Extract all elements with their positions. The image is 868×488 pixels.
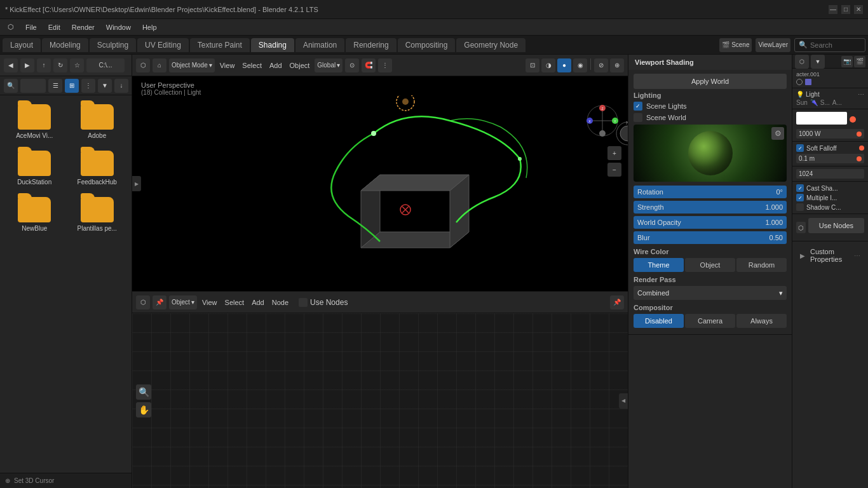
multiple-i-checkbox[interactable]: ✓ [796,194,804,201]
node-add-menu[interactable]: Add [249,299,267,306]
custom-properties-row[interactable]: ▶ Custom Properties ⋯ [796,244,864,267]
world-opacity-value-bar[interactable]: World Opacity 1.000 [634,216,787,229]
filter-icon-button[interactable]: ▼ [98,79,112,93]
object-mode-dropdown[interactable]: Object Mode▾ [169,58,215,72]
tab-animation[interactable]: Animation [295,38,344,52]
proportional-btn[interactable]: ⊙ [345,58,359,72]
shadow-c-checkbox[interactable] [796,203,804,211]
view-grid-button[interactable]: ⊞ [65,79,79,93]
gizmo-btn[interactable]: ⊕ [610,58,624,72]
viewport-object[interactable]: Object [287,62,313,69]
folder-acemovi[interactable]: AceMovi Vi... [6,102,63,142]
node-pin-btn[interactable]: 📌 [153,295,166,309]
soft-falloff-value-row[interactable]: 0.1 m [796,154,864,163]
tab-uvediting[interactable]: UV Editing [137,38,189,52]
wire-theme-btn[interactable]: Theme [634,258,684,272]
tab-sculpting[interactable]: Sculpting [90,38,136,52]
search-input[interactable] [810,41,861,49]
tab-geometrynode[interactable]: Geometry Node [456,38,526,52]
hdri-settings-button[interactable]: ⚙ [771,127,784,140]
tab-layout[interactable]: Layout [3,38,41,52]
global-dropdown[interactable]: Global▾ [315,58,342,72]
nav-bookmark-button[interactable]: ☆ [70,58,84,72]
node-select-menu[interactable]: Select [222,299,247,306]
cast-shadow-checkbox[interactable]: ✓ [796,184,804,192]
scene-visibility-icon[interactable] [796,79,803,85]
nav-path[interactable]: C:\... [86,58,125,72]
maximize-button[interactable]: □ [841,5,850,14]
node-object-dropdown[interactable]: Object▾ [169,295,197,309]
viewport-select[interactable]: Select [240,62,264,69]
viewport-local-button[interactable]: ⌂ [153,58,166,72]
apply-world-button[interactable]: Apply World [634,74,787,89]
use-nodes-icon[interactable]: ⬡ [796,222,806,233]
node-editor-type-btn[interactable]: ⬡ [136,295,150,309]
zoom-in-button[interactable]: + [607,146,621,160]
right-panel-collapse[interactable]: ◀ [619,393,628,409]
scene-lights-checkbox[interactable]: ✓ [634,102,642,111]
nav-up-button[interactable]: ↑ [37,58,51,72]
use-nodes-checkbox[interactable] [299,298,308,307]
snap-btn[interactable]: 🧲 [362,58,376,72]
viewport-area[interactable]: User Perspective (18) Collection | Light… [132,76,628,291]
properties-render-icon[interactable]: 🎬 [854,56,865,67]
left-collapse-button[interactable]: ▶ [132,176,141,191]
folder-feedbackhub[interactable]: FeedbackHub [69,148,126,188]
render-pass-dropdown[interactable]: Combined ▾ [634,286,787,300]
close-button[interactable]: ✕ [854,5,863,14]
shading-render-btn[interactable]: ◉ [573,58,587,72]
properties-camera-icon[interactable]: 📷 [841,56,853,67]
menu-render[interactable]: Render [67,22,100,32]
tab-texturepaint[interactable]: Texture Paint [190,38,250,52]
overlay-btn[interactable]: ⊘ [594,58,608,72]
compositor-camera-btn[interactable]: Camera [685,314,735,328]
menu-window[interactable]: Window [101,22,136,32]
node-view-menu[interactable]: View [200,299,220,306]
nav-forward-button[interactable]: ▶ [20,58,34,72]
strength-value-bar[interactable]: Strength 1.000 [634,201,787,214]
tab-compositing[interactable]: Compositing [398,38,456,52]
scene-selector[interactable]: 🎬 Scene [719,38,752,52]
view-more-button[interactable]: ⋮ [81,79,95,93]
light-color-picker[interactable] [796,112,847,125]
folder-plantillas[interactable]: Plantillas pe... [69,194,126,234]
rotation-value-bar[interactable]: Rotation 0° [634,186,787,198]
far-right-filter-btn[interactable]: ▼ [811,55,825,69]
snap-options-btn[interactable]: ⋮ [378,58,392,72]
menu-logo[interactable]: ⬡ [3,22,19,32]
folder-newblue[interactable]: NewBlue [6,194,63,234]
minimize-button[interactable]: — [829,5,837,14]
viewport-view[interactable]: View [217,62,238,69]
wire-object-btn[interactable]: Object [685,258,735,272]
viewport-gizmo[interactable]: Z Y X [583,102,621,140]
compositor-always-btn[interactable]: Always [736,314,787,328]
node-node-menu[interactable]: Node [269,299,291,306]
filter-button[interactable]: 🔍 [4,79,18,93]
node-zoom-tool[interactable]: 🔍 [136,384,151,400]
resolution-row[interactable]: 1024 [796,169,864,179]
node-editor-pin[interactable]: 📌 [610,295,624,309]
editor-type-button[interactable]: ⬡ [136,58,150,72]
menu-edit[interactable]: Edit [43,22,65,32]
scene-world-checkbox[interactable] [634,113,642,122]
folder-adobe[interactable]: Adobe [69,102,126,142]
hdri-preview[interactable]: ⚙ [634,125,787,182]
light-wattage-row[interactable]: 1000 W [796,129,864,139]
nav-refresh-button[interactable]: ↻ [53,58,67,72]
menu-file[interactable]: File [20,22,42,32]
blur-value-bar[interactable]: Blur 0.50 [634,231,787,244]
use-nodes-btn[interactable]: Use Nodes [808,218,864,233]
shading-material-btn[interactable]: ● [557,58,571,72]
shading-solid-btn[interactable]: ◑ [541,58,555,72]
wire-random-btn[interactable]: Random [736,258,787,272]
zoom-out-button[interactable]: − [607,163,621,177]
nav-back-button[interactable]: ◀ [4,58,18,72]
view-layer-selector[interactable]: ViewLayer [756,38,790,52]
view-list-button[interactable]: ☰ [48,79,62,93]
menu-help[interactable]: Help [137,22,162,32]
node-editor-content[interactable]: 🔍 ✋ ◀ [132,313,628,488]
node-hand-tool[interactable]: ✋ [136,402,151,417]
soft-falloff-checkbox[interactable]: ✓ [796,144,804,152]
shading-wire-btn[interactable]: ⊡ [526,58,539,72]
search-box[interactable]: 🔍 [794,38,865,52]
